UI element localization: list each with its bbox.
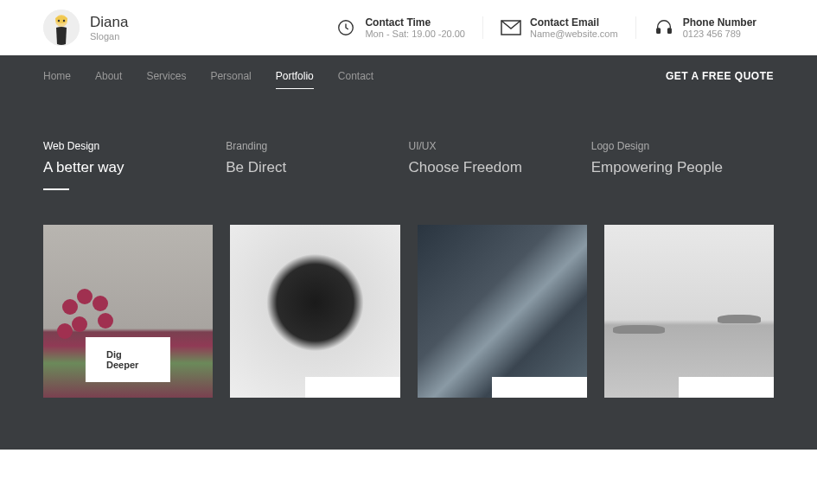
contact-label: Contact Time [365, 16, 465, 29]
nav-item-about[interactable]: About [95, 56, 122, 96]
contact-time: Contact Time Mon - Sat: 19.00 -20.00 [318, 16, 482, 39]
nav-item-services[interactable]: Services [146, 56, 186, 96]
svg-rect-7 [667, 29, 671, 33]
nav-item-personal[interactable]: Personal [210, 56, 251, 96]
contact-phone: Phone Number 0123 456 789 [635, 16, 774, 39]
svg-rect-6 [656, 29, 660, 33]
mail-icon [501, 17, 521, 38]
nav: Home About Services Personal Portfolio C… [0, 55, 817, 97]
tab-category: Web Design [43, 140, 208, 152]
tab-underline [43, 188, 69, 190]
brand[interactable]: Diana Slogan [43, 10, 318, 46]
contact-group: Contact Time Mon - Sat: 19.00 -20.00 Con… [318, 16, 774, 39]
svg-point-3 [63, 20, 65, 22]
card-label [305, 377, 400, 398]
tab-logo-design[interactable]: Logo Design Empowering People [591, 140, 774, 190]
nav-item-portfolio[interactable]: Portfolio [276, 56, 314, 96]
portfolio-grid: Dig Deeper [43, 225, 774, 398]
avatar-icon [43, 10, 80, 46]
header: Diana Slogan Contact Time Mon - Sat: 19.… [0, 0, 817, 55]
tab-uiux[interactable]: UI/UX Choose Freedom [409, 140, 591, 190]
tab-branding[interactable]: Branding Be Direct [226, 140, 408, 190]
portfolio-card[interactable] [418, 225, 587, 398]
portfolio-card[interactable] [604, 225, 774, 398]
tab-web-design[interactable]: Web Design A better way [43, 140, 226, 190]
tab-title: Empowering People [591, 159, 756, 176]
cta-button[interactable]: GET A FREE QUOTE [666, 70, 774, 82]
card-label [492, 377, 587, 398]
tab-category: Branding [226, 140, 391, 152]
tab-title: Choose Freedom [409, 159, 574, 176]
svg-point-2 [58, 20, 60, 22]
contact-label: Contact Email [530, 16, 618, 29]
portfolio-section: Web Design A better way Branding Be Dire… [0, 97, 817, 450]
nav-item-home[interactable]: Home [43, 56, 71, 96]
portfolio-card[interactable]: Dig Deeper [43, 225, 213, 398]
clock-icon [335, 17, 356, 38]
headset-icon [654, 17, 674, 38]
tab-title: A better way [43, 159, 208, 176]
tab-title: Be Direct [226, 159, 391, 176]
tab-category: Logo Design [591, 140, 756, 152]
nav-items: Home About Services Personal Portfolio C… [43, 56, 666, 96]
tab-category: UI/UX [409, 140, 574, 152]
brand-slogan: Slogan [90, 31, 128, 41]
contact-value: 0123 456 789 [683, 29, 756, 39]
contact-email: Contact Email Name@website.com [482, 16, 635, 39]
card-label [679, 377, 774, 398]
brand-name: Diana [90, 14, 128, 31]
portfolio-tabs: Web Design A better way Branding Be Dire… [43, 140, 774, 190]
contact-value: Mon - Sat: 19.00 -20.00 [365, 29, 465, 39]
contact-label: Phone Number [683, 16, 756, 29]
portfolio-card[interactable] [230, 225, 399, 398]
card-label: Dig Deeper [86, 337, 170, 382]
avatar [43, 10, 80, 46]
contact-value: Name@website.com [530, 29, 618, 39]
nav-item-contact[interactable]: Contact [338, 56, 373, 96]
